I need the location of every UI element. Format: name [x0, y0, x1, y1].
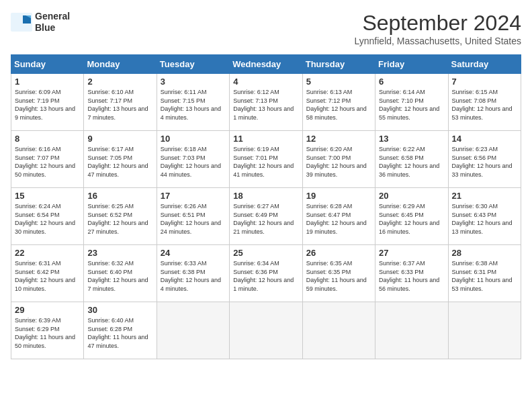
calendar-day-cell: [448, 302, 521, 359]
calendar-day-cell: 1Sunrise: 6:09 AMSunset: 7:19 PMDaylight…: [11, 74, 84, 131]
day-number: 18: [233, 191, 298, 201]
day-number: 11: [233, 134, 298, 144]
calendar-day-cell: 11Sunrise: 6:19 AMSunset: 7:01 PMDayligh…: [230, 131, 302, 188]
page-header: General Blue September 2024 Lynnfield, M…: [11, 11, 521, 46]
logo: General Blue: [11, 11, 70, 34]
calendar-day-cell: 12Sunrise: 6:20 AMSunset: 7:00 PMDayligh…: [302, 131, 375, 188]
calendar-day-cell: 14Sunrise: 6:23 AMSunset: 6:56 PMDayligh…: [448, 131, 521, 188]
calendar-day-cell: 29Sunrise: 6:39 AMSunset: 6:29 PMDayligh…: [11, 302, 84, 359]
day-number: 22: [15, 248, 80, 258]
day-sun-info: Sunrise: 6:12 AMSunset: 7:13 PMDaylight:…: [233, 88, 298, 122]
day-number: 29: [15, 305, 80, 315]
calendar-day-cell: 25Sunrise: 6:34 AMSunset: 6:36 PMDayligh…: [230, 245, 302, 302]
day-sun-info: Sunrise: 6:33 AMSunset: 6:38 PMDaylight:…: [161, 259, 226, 293]
day-number: 10: [161, 134, 226, 144]
weekday-header-thursday: Thursday: [302, 55, 375, 74]
logo-text-line1: General: [35, 11, 70, 22]
day-sun-info: Sunrise: 6:10 AMSunset: 7:17 PMDaylight:…: [87, 88, 152, 122]
calendar-week-row: 15Sunrise: 6:24 AMSunset: 6:54 PMDayligh…: [11, 188, 521, 245]
day-sun-info: Sunrise: 6:31 AMSunset: 6:42 PMDaylight:…: [15, 259, 80, 293]
day-sun-info: Sunrise: 6:38 AMSunset: 6:31 PMDaylight:…: [452, 259, 517, 293]
calendar-day-cell: [157, 302, 229, 359]
weekday-header-wednesday: Wednesday: [230, 55, 302, 74]
month-title: September 2024: [355, 11, 522, 36]
day-number: 28: [452, 248, 517, 258]
day-number: 6: [379, 77, 444, 87]
calendar-week-row: 8Sunrise: 6:16 AMSunset: 7:07 PMDaylight…: [11, 131, 521, 188]
calendar-day-cell: 18Sunrise: 6:27 AMSunset: 6:49 PMDayligh…: [230, 188, 302, 245]
calendar-day-cell: 5Sunrise: 6:13 AMSunset: 7:12 PMDaylight…: [302, 74, 375, 131]
day-sun-info: Sunrise: 6:34 AMSunset: 6:36 PMDaylight:…: [233, 259, 298, 293]
calendar-day-cell: [375, 302, 448, 359]
day-sun-info: Sunrise: 6:26 AMSunset: 6:51 PMDaylight:…: [161, 202, 226, 236]
calendar-day-cell: 13Sunrise: 6:22 AMSunset: 6:58 PMDayligh…: [375, 131, 448, 188]
day-number: 1: [15, 77, 80, 87]
day-sun-info: Sunrise: 6:37 AMSunset: 6:33 PMDaylight:…: [379, 259, 444, 293]
day-sun-info: Sunrise: 6:13 AMSunset: 7:12 PMDaylight:…: [306, 88, 371, 122]
day-sun-info: Sunrise: 6:39 AMSunset: 6:29 PMDaylight:…: [15, 316, 80, 350]
calendar-day-cell: 17Sunrise: 6:26 AMSunset: 6:51 PMDayligh…: [157, 188, 229, 245]
calendar-day-cell: 16Sunrise: 6:25 AMSunset: 6:52 PMDayligh…: [84, 188, 157, 245]
calendar-day-cell: 30Sunrise: 6:40 AMSunset: 6:28 PMDayligh…: [84, 302, 157, 359]
calendar-day-cell: 21Sunrise: 6:30 AMSunset: 6:43 PMDayligh…: [448, 188, 521, 245]
day-number: 2: [87, 77, 152, 87]
day-number: 8: [15, 134, 80, 144]
calendar-day-cell: 4Sunrise: 6:12 AMSunset: 7:13 PMDaylight…: [230, 74, 302, 131]
weekday-header-friday: Friday: [375, 55, 448, 74]
day-sun-info: Sunrise: 6:25 AMSunset: 6:52 PMDaylight:…: [87, 202, 152, 236]
calendar-day-cell: 10Sunrise: 6:18 AMSunset: 7:03 PMDayligh…: [157, 131, 229, 188]
day-number: 24: [161, 248, 226, 258]
day-number: 21: [452, 191, 517, 201]
day-sun-info: Sunrise: 6:22 AMSunset: 6:58 PMDaylight:…: [379, 145, 444, 179]
weekday-header-tuesday: Tuesday: [157, 55, 229, 74]
calendar-day-cell: 9Sunrise: 6:17 AMSunset: 7:05 PMDaylight…: [84, 131, 157, 188]
day-number: 5: [306, 77, 371, 87]
weekday-header-sunday: Sunday: [11, 55, 84, 74]
calendar-day-cell: 23Sunrise: 6:32 AMSunset: 6:40 PMDayligh…: [84, 245, 157, 302]
title-block: September 2024 Lynnfield, Massachusetts,…: [355, 11, 522, 46]
weekday-header-row: SundayMondayTuesdayWednesdayThursdayFrid…: [11, 55, 521, 74]
day-sun-info: Sunrise: 6:18 AMSunset: 7:03 PMDaylight:…: [161, 145, 226, 179]
day-number: 27: [379, 248, 444, 258]
day-number: 4: [233, 77, 298, 87]
day-sun-info: Sunrise: 6:40 AMSunset: 6:28 PMDaylight:…: [87, 316, 152, 350]
day-sun-info: Sunrise: 6:09 AMSunset: 7:19 PMDaylight:…: [15, 88, 80, 122]
day-number: 15: [15, 191, 80, 201]
day-sun-info: Sunrise: 6:35 AMSunset: 6:35 PMDaylight:…: [306, 259, 371, 293]
day-sun-info: Sunrise: 6:20 AMSunset: 7:00 PMDaylight:…: [306, 145, 371, 179]
day-number: 23: [87, 248, 152, 258]
calendar-day-cell: 19Sunrise: 6:28 AMSunset: 6:47 PMDayligh…: [302, 188, 375, 245]
day-sun-info: Sunrise: 6:14 AMSunset: 7:10 PMDaylight:…: [379, 88, 444, 122]
logo-icon: [11, 13, 32, 32]
location-subtitle: Lynnfield, Massachusetts, United States: [355, 36, 522, 46]
day-number: 25: [233, 248, 298, 258]
day-sun-info: Sunrise: 6:29 AMSunset: 6:45 PMDaylight:…: [379, 202, 444, 236]
day-number: 26: [306, 248, 371, 258]
day-number: 16: [87, 191, 152, 201]
weekday-header-saturday: Saturday: [448, 55, 521, 74]
calendar-day-cell: 6Sunrise: 6:14 AMSunset: 7:10 PMDaylight…: [375, 74, 448, 131]
day-number: 30: [87, 305, 152, 315]
logo-text-line2: Blue: [35, 22, 70, 34]
calendar-day-cell: 3Sunrise: 6:11 AMSunset: 7:15 PMDaylight…: [157, 74, 229, 131]
day-number: 14: [452, 134, 517, 144]
day-sun-info: Sunrise: 6:11 AMSunset: 7:15 PMDaylight:…: [161, 88, 226, 122]
day-number: 20: [379, 191, 444, 201]
day-number: 13: [379, 134, 444, 144]
day-sun-info: Sunrise: 6:23 AMSunset: 6:56 PMDaylight:…: [452, 145, 517, 179]
day-sun-info: Sunrise: 6:30 AMSunset: 6:43 PMDaylight:…: [452, 202, 517, 236]
calendar-week-row: 29Sunrise: 6:39 AMSunset: 6:29 PMDayligh…: [11, 302, 521, 359]
day-sun-info: Sunrise: 6:32 AMSunset: 6:40 PMDaylight:…: [87, 259, 152, 293]
day-sun-info: Sunrise: 6:15 AMSunset: 7:08 PMDaylight:…: [452, 88, 517, 122]
day-sun-info: Sunrise: 6:24 AMSunset: 6:54 PMDaylight:…: [15, 202, 80, 236]
calendar-day-cell: 15Sunrise: 6:24 AMSunset: 6:54 PMDayligh…: [11, 188, 84, 245]
day-number: 19: [306, 191, 371, 201]
calendar-day-cell: 2Sunrise: 6:10 AMSunset: 7:17 PMDaylight…: [84, 74, 157, 131]
calendar-day-cell: 22Sunrise: 6:31 AMSunset: 6:42 PMDayligh…: [11, 245, 84, 302]
calendar-week-row: 1Sunrise: 6:09 AMSunset: 7:19 PMDaylight…: [11, 74, 521, 131]
day-number: 7: [452, 77, 517, 87]
day-number: 3: [161, 77, 226, 87]
calendar-week-row: 22Sunrise: 6:31 AMSunset: 6:42 PMDayligh…: [11, 245, 521, 302]
calendar-day-cell: 8Sunrise: 6:16 AMSunset: 7:07 PMDaylight…: [11, 131, 84, 188]
day-sun-info: Sunrise: 6:19 AMSunset: 7:01 PMDaylight:…: [233, 145, 298, 179]
